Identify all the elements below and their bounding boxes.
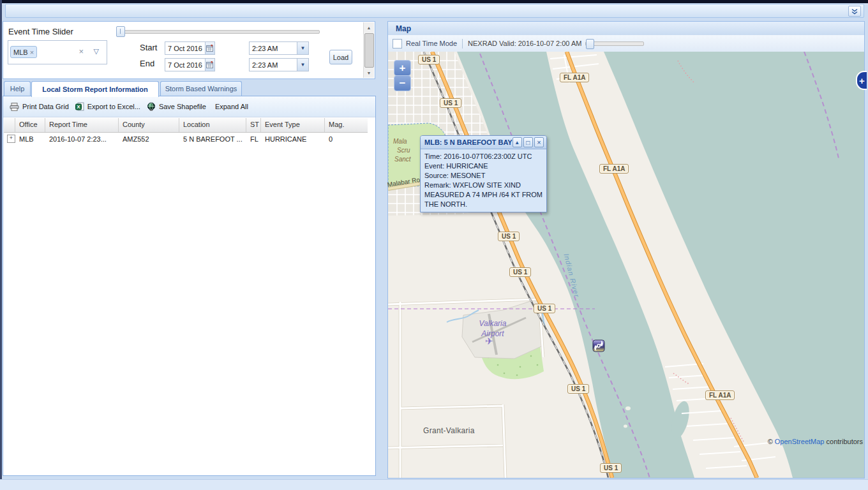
expand-row-icon[interactable]: + [7, 135, 15, 143]
export-to-excel-button[interactable]: X Export to Excel... [75, 102, 140, 111]
map-panel-header: Map [388, 22, 864, 36]
road-shield-us1: US 1 [534, 304, 555, 313]
end-time-field[interactable]: 2:23 AM ▼ [249, 58, 309, 71]
start-time-field[interactable]: 2:23 AM ▼ [249, 41, 309, 55]
bottom-status-strip [0, 479, 868, 490]
tab-storm-based-warnings[interactable]: Storm Based Warnings [160, 81, 242, 96]
scroll-up-icon[interactable]: ▲ [364, 22, 374, 33]
event-time-slider-panel: Event Time Slider MLB× × ▽ Start 7 Oct 2… [3, 21, 375, 79]
map-zoom-in-button[interactable]: + [394, 60, 411, 76]
office-tag[interactable]: MLB× [10, 46, 37, 58]
table-row[interactable]: + MLB 2016-10-07 2:23... AMZ552 5 N BARE… [4, 133, 368, 146]
tab-help[interactable]: Help [4, 81, 31, 96]
map-panel-title: Map [396, 24, 411, 33]
svg-text:X: X [77, 104, 80, 110]
map-attribution: © OpenStreetMap contributors [766, 438, 863, 445]
top-collapsed-bar [5, 4, 864, 18]
cell-report-time: 2016-10-07 2:23... [45, 133, 119, 146]
popup-header[interactable]: MLB: 5 N BAREFOOT BAY ▲ □ × [421, 136, 546, 149]
real-time-mode-checkbox[interactable] [393, 39, 402, 48]
print-data-grid-button[interactable]: Print Data Grid [10, 103, 69, 111]
map-zoom-out-button[interactable]: − [394, 75, 411, 91]
grid-header-expander [4, 118, 15, 132]
cell-event-type: HURRICANE [261, 133, 325, 146]
road-shield-us1: US 1 [498, 232, 520, 241]
attribution-copyright: © [768, 438, 773, 445]
window-left-edge [0, 0, 2, 479]
grid-header-event-type[interactable]: Event Type [261, 118, 325, 132]
popup-close-button[interactable]: × [534, 137, 544, 147]
nexrad-time-slider-track[interactable] [585, 41, 644, 46]
end-date-field[interactable]: 7 Oct 2016 [165, 58, 215, 71]
hurricane-marker[interactable] [593, 340, 604, 352]
event-panel-scrollbar[interactable]: ▲ ▼ [363, 22, 374, 78]
start-date-field[interactable]: 7 Oct 2016 [165, 41, 215, 55]
road-shield-us1: US 1 [600, 463, 622, 473]
combo-dropdown-icon[interactable]: ▽ [94, 47, 99, 56]
event-time-slider-track[interactable] [117, 30, 320, 34]
start-date-calendar-button[interactable] [205, 42, 214, 54]
road-shield-us1: US 1 [567, 384, 589, 394]
app-window: { "colors": { "accent": "#15428b", "pane… [0, 0, 868, 490]
grid-header-report-time[interactable]: Report Time [45, 118, 119, 132]
cell-location: 5 N BAREFOOT ... [179, 133, 246, 146]
islet [624, 425, 627, 428]
row-expander-cell[interactable]: + [4, 133, 15, 146]
popup-body: Time: 2016-10-07T06:23:00Z UTC Event: HU… [421, 149, 546, 212]
save-shapefile-button[interactable]: Save Shapefile [147, 102, 206, 111]
tab-local-storm-report[interactable]: Local Storm Report Information [31, 81, 159, 97]
grid-header-st[interactable]: ST [246, 118, 261, 132]
excel-icon: X [75, 102, 84, 111]
cell-office: MLB [15, 133, 45, 146]
map-viewport[interactable] [388, 52, 864, 478]
sanctuary-label-line1: Mala [393, 138, 407, 145]
attribution-osm-link[interactable]: OpenStreetMap [775, 438, 825, 445]
toolbar-separator [462, 39, 463, 48]
map-layers-button[interactable]: + [856, 71, 867, 90]
cell-county: AMZ552 [119, 133, 179, 146]
map-canvas[interactable] [388, 52, 864, 478]
load-button[interactable]: Load [329, 50, 352, 64]
end-label: End [140, 59, 154, 68]
tag-remove-icon[interactable]: × [30, 48, 34, 56]
grid-header-mag[interactable]: Mag. [325, 118, 364, 132]
cell-mag: 0 [325, 133, 364, 146]
nexrad-time-slider-handle[interactable] [586, 39, 594, 49]
popup-title: MLB: 5 N BAREFOOT BAY [424, 138, 513, 146]
start-time-dropdown-button[interactable]: ▼ [297, 42, 308, 54]
popup-collapse-button[interactable]: ▲ [513, 137, 522, 147]
road-shield-us1: US 1 [509, 267, 531, 277]
map-panel: Map Real Time Mode NEXRAD Valid: 2016-10… [387, 21, 865, 479]
calendar-icon [206, 45, 213, 52]
event-time-slider-handle[interactable] [116, 26, 125, 37]
popup-time-line: Time: 2016-10-07T06:23:00Z UTC [424, 152, 542, 161]
chevron-down-icon: ▼ [301, 62, 306, 68]
attribution-suffix: contributors [827, 438, 863, 445]
cell-st: FL [246, 133, 261, 146]
expand-top-panel-button[interactable] [848, 6, 861, 17]
scroll-down-icon[interactable]: ▼ [364, 68, 374, 78]
grid-header-county[interactable]: County [119, 118, 179, 132]
scrollbar-thumb[interactable] [364, 33, 374, 68]
popup-source-line: Source: MESONET [424, 171, 542, 181]
road-shield-fla1a: FL A1A [705, 390, 735, 400]
double-chevron-down-icon [851, 8, 858, 15]
end-time-dropdown-button[interactable]: ▼ [297, 59, 308, 71]
end-date-calendar-button[interactable] [205, 59, 214, 71]
lsr-toolbar: Print Data Grid X Export to Excel... Sav… [3, 96, 375, 117]
combo-clear-icon[interactable]: × [79, 47, 84, 56]
grid-header-office[interactable]: Office [15, 118, 45, 132]
event-time-slider-title: Event Time Slider [8, 27, 73, 36]
road-shield-fla1a: FL A1A [599, 164, 629, 174]
sanctuary-label-line2: Scru [397, 147, 410, 154]
expand-all-button[interactable]: Expand All [215, 103, 248, 110]
printer-icon [10, 103, 19, 111]
grid-header-location[interactable]: Location [179, 118, 246, 132]
popup-maximize-button[interactable]: □ [523, 137, 533, 147]
airport-label-line1: Valkaria [472, 319, 513, 328]
calendar-icon [206, 61, 213, 68]
office-combo-field[interactable]: MLB× × ▽ [8, 40, 107, 64]
chevron-down-icon: ▼ [301, 45, 306, 51]
airplane-icon: ✈ [485, 336, 493, 347]
lsr-map-popup[interactable]: MLB: 5 N BAREFOOT BAY ▲ □ × Time: 2016-1… [420, 135, 547, 212]
